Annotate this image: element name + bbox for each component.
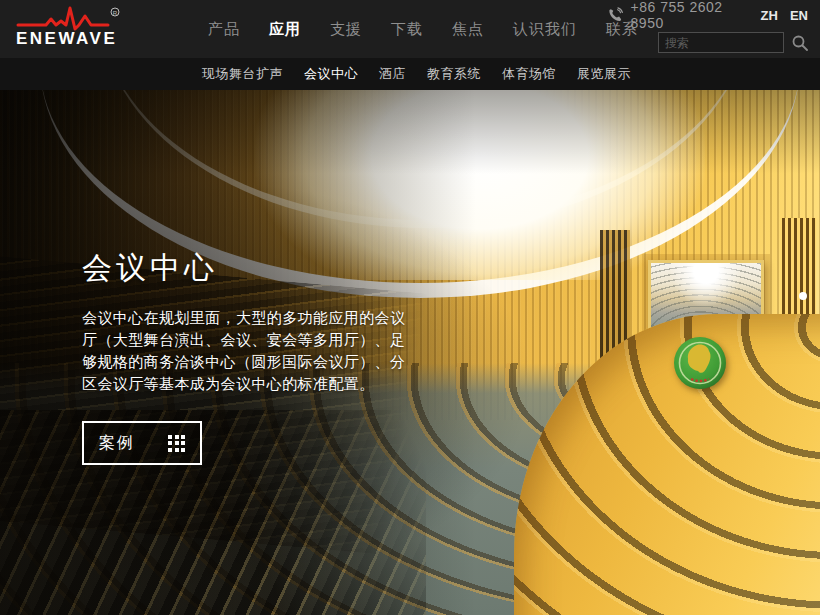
subnav-item-education[interactable]: 教育系统 <box>427 65 481 83</box>
case-button[interactable]: 案例 <box>82 421 202 465</box>
application-subnav: 现场舞台扩声 会议中心 酒店 教育系统 体育场馆 展览展示 <box>0 58 820 90</box>
phone-number: +86 755 2602 8950 <box>631 0 749 31</box>
lang-zh[interactable]: ZH <box>761 8 778 23</box>
nav-item-about[interactable]: 认识我们 <box>513 20 577 39</box>
hero-title: 会议中心 <box>82 248 422 289</box>
waveform-icon: R <box>16 5 124 31</box>
phone-row: +86 755 2602 8950 ZH EN <box>608 6 808 24</box>
grid-icon <box>168 435 185 452</box>
page: R ENEWAVE 产品 应用 支援 下载 焦点 认识我们 联系 +86 755… <box>0 0 820 615</box>
search-icon[interactable] <box>792 35 808 51</box>
brand-logo[interactable]: R ENEWAVE <box>16 5 126 53</box>
nav-item-products[interactable]: 产品 <box>208 20 240 39</box>
subnav-item-hotel[interactable]: 酒店 <box>379 65 406 83</box>
brand-name: ENEWAVE <box>16 29 126 49</box>
subnav-item-stadium[interactable]: 体育场馆 <box>502 65 556 83</box>
hero-banner: 会议中心 会议中心在规划里面，大型的多功能应用的会议厅（大型舞台演出、会议、宴会… <box>0 90 820 615</box>
nav-item-downloads[interactable]: 下载 <box>391 20 423 39</box>
svg-text:R: R <box>113 10 118 16</box>
subnav-item-live-stage[interactable]: 现场舞台扩声 <box>202 65 283 83</box>
case-button-label: 案例 <box>99 433 135 454</box>
search-row <box>608 32 808 53</box>
subnav-item-exhibition[interactable]: 展览展示 <box>577 65 631 83</box>
hero-content: 会议中心 会议中心在规划里面，大型的多功能应用的会议厅（大型舞台演出、会议、宴会… <box>82 248 422 465</box>
hero-art-wall-dot <box>799 292 807 300</box>
top-right-block: +86 755 2602 8950 ZH EN <box>608 6 808 53</box>
top-bar: R ENEWAVE 产品 应用 支援 下载 焦点 认识我们 联系 +86 755… <box>0 0 820 58</box>
african-union-emblem-icon <box>672 335 728 391</box>
nav-item-focus[interactable]: 焦点 <box>452 20 484 39</box>
main-nav: 产品 应用 支援 下载 焦点 认识我们 联系 <box>208 0 638 58</box>
nav-item-support[interactable]: 支援 <box>330 20 362 39</box>
hero-description: 会议中心在规划里面，大型的多功能应用的会议厅（大型舞台演出、会议、宴会等多用厅）… <box>82 307 412 395</box>
subnav-item-conference-center[interactable]: 会议中心 <box>304 65 358 83</box>
search-input[interactable] <box>658 32 784 53</box>
lang-en[interactable]: EN <box>790 8 808 23</box>
phone-icon <box>608 7 623 23</box>
nav-item-applications[interactable]: 应用 <box>269 20 301 39</box>
